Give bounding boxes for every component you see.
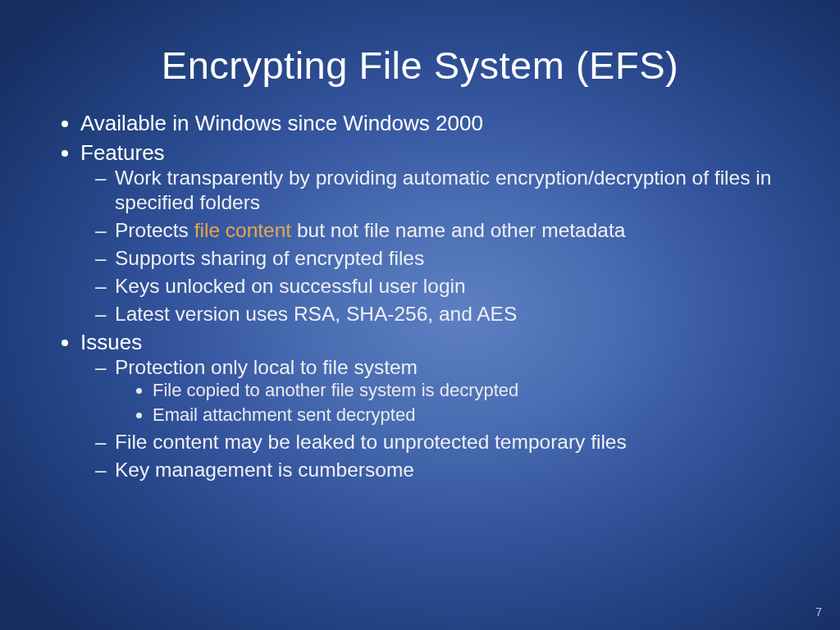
slide-title: Encrypting File System (EFS) — [0, 0, 840, 94]
page-number: 7 — [815, 605, 822, 619]
bullet-text: but not file name and other metadata — [291, 219, 625, 241]
bullet-text: Protection only local to file system — [115, 356, 418, 378]
bullet-list-lvl2: Protection only local to file system Fil… — [80, 355, 783, 482]
bullet-item: Latest version uses RSA, SHA-256, and AE… — [110, 302, 783, 326]
bullet-item: Work transparently by providing automati… — [110, 166, 783, 215]
bullet-item: Features Work transparently by providing… — [80, 140, 783, 326]
bullet-item: Keys unlocked on successful user login — [110, 274, 783, 299]
bullet-item: Supports sharing of encrypted files — [110, 246, 783, 271]
bullet-text: Issues — [80, 330, 142, 354]
highlight-text: file content — [194, 219, 292, 241]
bullet-item: Key management is cumbersome — [110, 458, 783, 482]
bullet-list-lvl3: File copied to another file system is de… — [115, 380, 783, 427]
bullet-item: Available in Windows since Windows 2000 — [80, 111, 783, 137]
bullet-item: Protection only local to file system Fil… — [110, 355, 783, 427]
bullet-item: Email attachment sent decrypted — [153, 404, 783, 427]
bullet-item: Protects file content but not file name … — [110, 218, 783, 243]
slide-content: Available in Windows since Windows 2000 … — [0, 94, 840, 482]
bullet-list-lvl1: Available in Windows since Windows 2000 … — [57, 111, 783, 482]
bullet-text: Protects — [115, 219, 194, 241]
bullet-item: Issues Protection only local to file sys… — [80, 330, 783, 482]
bullet-list-lvl2: Work transparently by providing automati… — [80, 166, 783, 326]
bullet-item: File content may be leaked to unprotecte… — [110, 430, 783, 454]
bullet-item: File copied to another file system is de… — [153, 380, 783, 402]
slide: Encrypting File System (EFS) Available i… — [0, 0, 840, 630]
bullet-text: Features — [80, 140, 165, 165]
